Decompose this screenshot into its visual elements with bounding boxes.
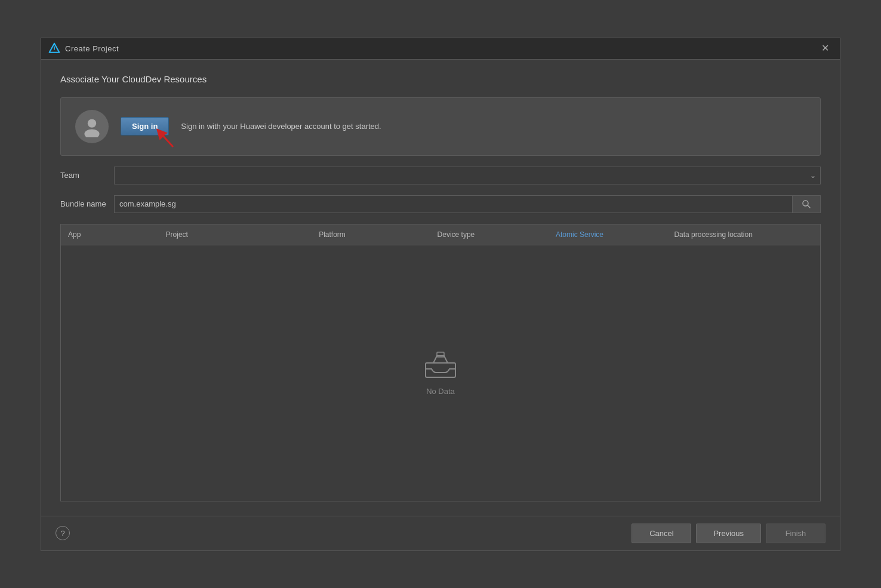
- svg-rect-8: [426, 363, 455, 377]
- svg-line-7: [808, 205, 810, 208]
- team-row: Team ⌄: [60, 167, 821, 184]
- signin-panel: Sign in Sign in with your Huawei develop…: [60, 97, 821, 156]
- avatar: [75, 110, 109, 143]
- bundle-row: Bundle name: [60, 195, 821, 213]
- previous-button[interactable]: Previous: [696, 524, 761, 543]
- dialog-titlebar: Create Project ✕: [41, 38, 840, 60]
- col-device-type: Device type: [430, 224, 549, 245]
- col-data-processing: Data processing location: [667, 224, 820, 245]
- dialog-title: Create Project: [65, 44, 119, 53]
- dialog-footer: ? Cancel Previous Finish: [41, 516, 840, 550]
- create-project-dialog: Create Project ✕ Associate Your CloudDev…: [41, 38, 840, 551]
- svg-point-3: [84, 129, 99, 137]
- team-label: Team: [60, 171, 114, 180]
- bundle-input[interactable]: [114, 195, 792, 213]
- col-atomic-service: Atomic Service: [549, 224, 667, 245]
- svg-point-2: [88, 119, 96, 127]
- dialog-body: Associate Your CloudDev Resources Sign i…: [41, 60, 840, 516]
- svg-line-5: [160, 133, 173, 147]
- data-table: App Project Platform Device type Atomic …: [60, 224, 821, 501]
- user-icon: [81, 116, 103, 137]
- huawei-logo-icon: [48, 42, 60, 54]
- no-data-text: No Data: [426, 387, 455, 396]
- page-title: Associate Your CloudDev Resources: [60, 74, 821, 84]
- search-button[interactable]: [792, 195, 821, 213]
- signin-description: Sign in with your Huawei developer accou…: [181, 122, 381, 131]
- help-button[interactable]: ?: [56, 526, 70, 540]
- col-app: App: [61, 224, 159, 245]
- col-project: Project: [159, 224, 312, 245]
- col-platform: Platform: [312, 224, 430, 245]
- no-data-icon: [423, 350, 458, 380]
- finish-button[interactable]: Finish: [766, 524, 825, 543]
- red-arrow-icon: [149, 122, 179, 152]
- bundle-input-wrapper: [114, 195, 821, 213]
- table-body: No Data: [61, 245, 820, 501]
- table-header: App Project Platform Device type Atomic …: [61, 224, 820, 245]
- team-select[interactable]: [114, 167, 821, 184]
- titlebar-left: Create Project: [48, 42, 119, 54]
- close-button[interactable]: ✕: [818, 42, 833, 54]
- team-select-wrapper: ⌄: [114, 167, 821, 184]
- bundle-label: Bundle name: [60, 199, 114, 208]
- footer-buttons: Cancel Previous Finish: [632, 524, 825, 543]
- cancel-button[interactable]: Cancel: [632, 524, 691, 543]
- search-icon: [802, 199, 811, 209]
